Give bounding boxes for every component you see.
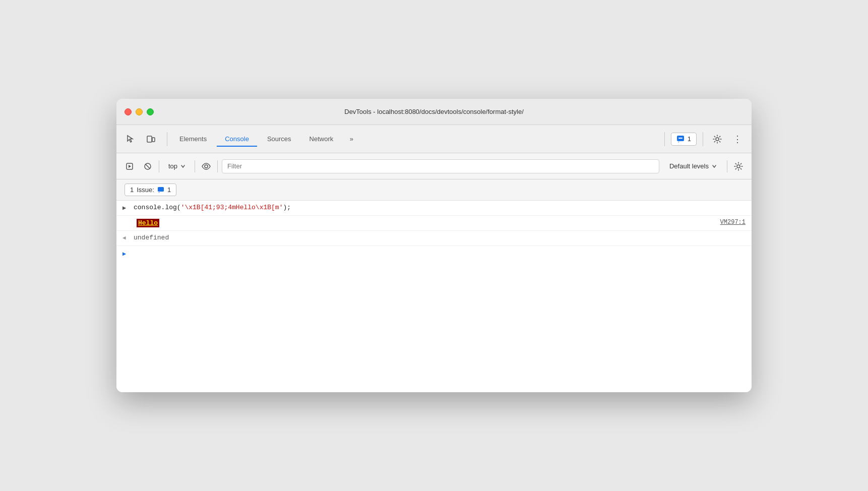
console-toolbar: top Default levels	[116, 153, 752, 179]
device-icon	[146, 135, 155, 144]
svg-point-9	[737, 165, 740, 168]
issues-bar: 1 Issue: 1	[116, 179, 752, 201]
inspect-element-button[interactable]	[122, 131, 139, 147]
eye-button[interactable]	[199, 159, 213, 173]
svg-rect-0	[147, 136, 152, 142]
undefined-value: undefined	[134, 234, 169, 241]
kebab-menu-button[interactable]: ⋮	[729, 131, 746, 147]
log-code: console.log('\x1B[41;93;4mHello\x1B[m');	[134, 204, 291, 211]
title-bar: DevTools - localhost:8080/docs/devtools/…	[116, 99, 752, 125]
tab-network[interactable]: Network	[301, 131, 342, 147]
eye-icon	[202, 162, 211, 170]
toolbar-divider-2	[195, 160, 195, 172]
clear-console-button[interactable]	[122, 159, 137, 173]
tab-console[interactable]: Console	[217, 131, 257, 147]
default-levels-label: Default levels	[669, 162, 709, 170]
devtools-window: DevTools - localhost:8080/docs/devtools/…	[116, 99, 752, 392]
chat-icon-2	[157, 187, 164, 194]
tab-sources[interactable]: Sources	[259, 131, 299, 147]
ban-icon	[144, 162, 152, 170]
window-title: DevTools - localhost:8080/docs/devtools/…	[344, 108, 524, 115]
settings-button[interactable]	[709, 131, 725, 147]
context-label: top	[168, 162, 177, 170]
maximize-button[interactable]	[147, 108, 154, 115]
svg-point-4	[716, 138, 719, 141]
device-toolbar-button[interactable]	[143, 131, 159, 147]
play-icon	[126, 162, 134, 170]
log-string: '\x1B[41;93;4mHello\x1B[m'	[181, 204, 283, 211]
tab-divider-1	[167, 132, 167, 146]
chat-icon	[676, 135, 685, 143]
console-input-line[interactable]: ▶	[116, 246, 752, 261]
svg-line-7	[146, 164, 150, 168]
tab-divider-3	[703, 132, 703, 146]
svg-rect-3	[678, 138, 683, 139]
toolbar-divider-4	[727, 160, 727, 172]
context-selector[interactable]: top	[163, 160, 191, 172]
expand-arrow-log[interactable]: ▶	[122, 204, 130, 212]
filter-input[interactable]	[222, 159, 659, 173]
chevron-down-icon-2	[712, 164, 717, 169]
gear-icon	[713, 135, 722, 144]
vm-link[interactable]: VM297:1	[710, 219, 746, 226]
prompt-arrow: ▶	[122, 250, 126, 258]
console-output: ▶ console.log('\x1B[41;93;4mHello\x1B[m'…	[116, 201, 752, 392]
tab-bar-right: 1 ⋮	[662, 131, 746, 147]
issues-count: 1	[688, 135, 691, 143]
gear-icon-2	[734, 162, 743, 171]
issues-badge[interactable]: 1	[671, 133, 697, 146]
cursor-icon	[126, 135, 135, 144]
issues-badge-count: 1	[167, 186, 171, 194]
console-settings-button[interactable]	[731, 159, 746, 173]
tab-divider-2	[664, 132, 665, 146]
return-arrow: ◀	[122, 234, 130, 241]
issues-pill[interactable]: 1 Issue: 1	[125, 183, 176, 196]
tab-elements[interactable]: Elements	[171, 131, 215, 147]
minimize-button[interactable]	[136, 108, 143, 115]
console-log-line: ▶ console.log('\x1B[41;93;4mHello\x1B[m'…	[116, 201, 752, 216]
tab-bar: Elements Console Sources Network » 1	[116, 125, 752, 153]
issues-count-label: 1	[130, 186, 134, 194]
traffic-lights	[125, 108, 154, 115]
stop-button[interactable]	[141, 159, 155, 173]
svg-rect-10	[158, 187, 164, 192]
more-tabs-button[interactable]: »	[343, 131, 359, 147]
svg-point-8	[205, 165, 208, 168]
svg-rect-1	[152, 138, 155, 142]
console-hello-line: Hello VM297:1	[116, 216, 752, 231]
hello-output: Hello	[137, 219, 159, 227]
chevron-down-icon	[180, 164, 185, 169]
console-undefined-line: ◀ undefined	[116, 231, 752, 246]
default-levels-button[interactable]: Default levels	[663, 160, 723, 172]
issues-text: Issue:	[137, 186, 154, 194]
tab-bar-tools	[122, 131, 159, 147]
close-button[interactable]	[125, 108, 132, 115]
toolbar-divider-1	[159, 160, 159, 172]
toolbar-divider-3	[217, 160, 218, 172]
